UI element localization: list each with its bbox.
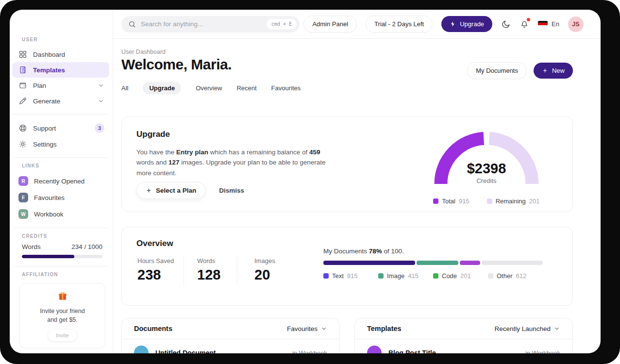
sidebar-link-workbook[interactable]: W Workbook — [12, 206, 109, 222]
sidebar-section-user: USER — [22, 37, 109, 42]
credits-progress-fill — [22, 255, 74, 258]
legend-swatch — [378, 273, 384, 279]
language-label: En — [552, 20, 559, 28]
document-location: in Workbook — [292, 349, 327, 354]
documents-progress-caption: My Documents 78% of 100. — [323, 248, 543, 255]
credits-value: 234 / 1000 — [71, 243, 102, 250]
dark-mode-toggle[interactable] — [501, 19, 511, 29]
documents-card: Documents Favourites Untitled Document i… — [121, 318, 340, 353]
page-title: Welcome, Maria. — [121, 56, 232, 73]
plus-icon — [542, 67, 548, 74]
legend-swatch — [433, 273, 438, 279]
plus-icon — [146, 187, 152, 194]
sidebar-item-templates[interactable]: Templates — [12, 62, 109, 78]
bar-segment-image — [417, 261, 458, 265]
device-frame: USER Dashboard Templates Plan Generate S… — [0, 0, 620, 364]
sidebar-section-links: LINKS — [22, 163, 109, 168]
affiliation-text: Invite your friend and get $5. — [24, 307, 101, 324]
sidebar-item-settings[interactable]: Settings — [12, 136, 109, 152]
my-documents-button[interactable]: My Documents — [467, 62, 527, 79]
upgrade-actions: Select a Plan Dismiss — [136, 182, 244, 199]
sidebar-divider — [14, 228, 108, 228]
sidebar-item-generate[interactable]: Generate — [12, 93, 109, 109]
header-buttons: My Documents New — [467, 62, 573, 79]
upgrade-card-body: You have the Entry plan which has a rema… — [136, 147, 331, 178]
templates-card-header: Templates Recently Launched — [355, 318, 572, 339]
bar-legend: Text 915 Image 415 Code 201 — [323, 272, 543, 280]
legend-swatch — [487, 199, 492, 204]
new-button[interactable]: New — [534, 63, 573, 79]
gauge-legend: Total 915 Remaining 201 — [433, 198, 540, 205]
chevron-down-icon — [98, 98, 104, 104]
document-title: Untitled Document — [155, 349, 285, 353]
tab-bar: All Upgrade Overview Recent Favourites — [121, 82, 301, 94]
language-switcher[interactable]: En — [538, 20, 559, 28]
select-plan-button[interactable]: Select a Plan — [136, 182, 205, 199]
gear-icon — [18, 140, 27, 149]
pen-icon — [18, 97, 27, 105]
overview-card-title: Overview — [136, 239, 173, 248]
sidebar-section-credits: CREDITS — [22, 233, 109, 239]
template-location: in Workbook — [525, 349, 560, 354]
tab-favourites[interactable]: Favourites — [271, 82, 301, 94]
bar-segment-other — [482, 261, 543, 265]
stat-images: Images 20 — [254, 257, 275, 283]
topbar-actions: Admin Panel Trial - 2 Days Left Upgrade … — [303, 16, 584, 33]
dismiss-button[interactable]: Dismiss — [219, 187, 244, 194]
document-row[interactable]: Untitled Document in Workbook — [122, 339, 339, 353]
sidebar-item-label: Workbook — [34, 211, 64, 218]
legend-item-image: Image 415 — [378, 272, 433, 280]
credits-row: Words 234 / 1000 — [22, 243, 102, 250]
app-window: USER Dashboard Templates Plan Generate S… — [10, 10, 601, 353]
sidebar-link-recently-opened[interactable]: R Recently Opened — [12, 173, 109, 189]
notifications-button[interactable] — [519, 19, 529, 29]
user-avatar[interactable]: JS — [568, 17, 584, 32]
sidebar-item-label: Plan — [33, 82, 46, 89]
bottom-cards: Documents Favourites Untitled Document i… — [121, 318, 573, 353]
sidebar-divider — [14, 114, 108, 115]
legend-item-text: Text 915 — [323, 272, 378, 280]
wallet-icon — [18, 81, 27, 90]
sidebar-item-plan[interactable]: Plan — [12, 78, 109, 93]
templates-card-title: Templates — [367, 325, 402, 332]
legend-item-other: Other 612 — [488, 272, 543, 280]
stat-hours-saved: Hours Saved 238 — [137, 257, 174, 283]
document-avatar — [134, 346, 149, 353]
bolt-icon — [450, 21, 456, 27]
main-area: Search for anything... cmd + E Admin Pan… — [113, 10, 601, 353]
sidebar-item-label: Settings — [33, 141, 57, 148]
support-count-badge: 3 — [95, 123, 104, 133]
tab-overview[interactable]: Overview — [196, 82, 222, 94]
sidebar-item-dashboard[interactable]: Dashboard — [12, 47, 109, 62]
sidebar-item-label: Templates — [33, 66, 65, 74]
sidebar-item-label: Favourites — [34, 194, 65, 201]
sidebar-link-favourites[interactable]: F Favourites — [12, 189, 109, 206]
sidebar-item-support[interactable]: Support 3 — [12, 120, 109, 136]
moon-icon — [501, 19, 511, 29]
legend-swatch — [488, 273, 493, 279]
invite-button[interactable]: Invite — [48, 330, 76, 341]
legend-item-code: Code 201 — [433, 272, 488, 280]
tab-recent[interactable]: Recent — [236, 82, 256, 94]
documents-card-title: Documents — [134, 325, 172, 332]
german-flag-icon — [538, 21, 548, 28]
templates-filter-dropdown[interactable]: Recently Launched — [494, 325, 560, 332]
upgrade-card: Upgrade You have the Entry plan which ha… — [121, 116, 573, 212]
letter-badge: W — [18, 209, 28, 219]
tab-all[interactable]: All — [121, 82, 128, 94]
trial-status-badge[interactable]: Trial - 2 Days Left — [366, 16, 433, 33]
documents-filter-dropdown[interactable]: Favourites — [287, 325, 327, 332]
search-shortcut-badge: cmd + E — [267, 19, 297, 29]
chevron-down-icon — [553, 325, 560, 332]
gauge-value: $2398 — [433, 161, 540, 177]
sidebar-divider — [14, 157, 108, 158]
search-input[interactable]: Search for anything... cmd + E — [121, 16, 300, 33]
upgrade-button[interactable]: Upgrade — [441, 16, 492, 32]
stat-words: Words 128 — [197, 257, 220, 283]
sidebar: USER Dashboard Templates Plan Generate S… — [10, 10, 113, 353]
tab-upgrade[interactable]: Upgrade — [143, 82, 181, 94]
search-icon — [128, 20, 136, 28]
template-row[interactable]: Blog Post Title in Workbook — [355, 339, 572, 353]
admin-panel-button[interactable]: Admin Panel — [303, 16, 357, 33]
page-content: User Dashboard Welcome, Maria. My Docume… — [113, 39, 601, 353]
